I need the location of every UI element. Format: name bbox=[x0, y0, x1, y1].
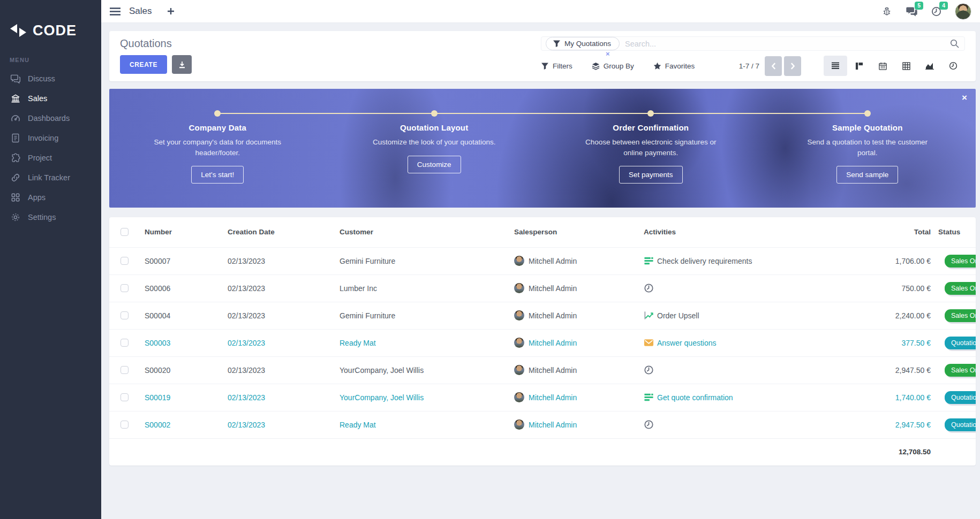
cell-creation-date: 02/13/2023 bbox=[224, 302, 336, 329]
onboarding-step-title: Company Data bbox=[189, 123, 246, 132]
column-header-activities[interactable]: Activities bbox=[640, 217, 825, 247]
quotation-row[interactable]: S00002 02/13/2023 Ready Mat Mitchell Adm… bbox=[109, 411, 976, 438]
tab-sales[interactable]: Sales bbox=[129, 6, 152, 17]
view-header: Quotations CREATE My Quotations × bbox=[109, 31, 976, 81]
search-bar[interactable]: My Quotations × bbox=[541, 36, 965, 51]
group-by-button[interactable]: Group By bbox=[592, 62, 634, 70]
sidebar-item[interactable]: Apps bbox=[0, 187, 101, 207]
quotation-row[interactable]: S00004 02/13/2023 Gemini Furniture Mitch… bbox=[109, 302, 976, 329]
onboarding-step-button[interactable]: Set payments bbox=[619, 166, 683, 184]
cell-creation-date: 02/13/2023 bbox=[224, 274, 336, 302]
row-checkbox[interactable] bbox=[120, 393, 129, 401]
salesperson-avatar bbox=[514, 283, 524, 293]
view-activity-button[interactable] bbox=[941, 56, 965, 76]
salesperson-avatar bbox=[514, 419, 524, 430]
cell-customer: Gemini Furniture bbox=[336, 302, 511, 329]
row-checkbox[interactable] bbox=[120, 311, 129, 319]
cell-salesperson: Mitchell Admin bbox=[529, 311, 577, 320]
view-calendar-button[interactable] bbox=[871, 56, 894, 76]
quotation-row[interactable]: S00020 02/13/2023 YourCompany, Joel Will… bbox=[109, 356, 976, 384]
status-badge: Quotation bbox=[945, 418, 976, 431]
favorites-button[interactable]: Favorites bbox=[653, 62, 695, 70]
hamburger-menu-icon[interactable] bbox=[110, 7, 120, 16]
cell-number: S00020 bbox=[141, 356, 224, 384]
column-header-number[interactable]: Number bbox=[141, 217, 224, 247]
column-header-customer[interactable]: Customer bbox=[336, 217, 511, 247]
pager-range: 1-7 / 7 bbox=[739, 62, 759, 70]
onboarding-step-button[interactable]: Customize bbox=[408, 156, 461, 173]
add-tab-icon[interactable] bbox=[167, 7, 175, 15]
quotations-table: Number Creation Date Customer Salesperso… bbox=[109, 217, 976, 465]
sidebar-item[interactable]: Invoicing bbox=[0, 128, 101, 148]
column-header-salesperson[interactable]: Salesperson bbox=[511, 217, 640, 247]
filter-funnel-icon bbox=[553, 40, 561, 48]
star-icon bbox=[653, 62, 661, 70]
column-header-creation-date[interactable]: Creation Date bbox=[224, 217, 336, 247]
search-icon[interactable] bbox=[950, 39, 959, 48]
select-all-checkbox[interactable] bbox=[120, 228, 129, 236]
onboarding-step-button[interactable]: Send sample bbox=[836, 166, 898, 184]
onboarding-step-button[interactable]: Let's start! bbox=[191, 166, 244, 184]
onboarding-step-description: Send a quotation to test the customer po… bbox=[801, 137, 934, 158]
brand-logo[interactable]: CODE bbox=[0, 0, 101, 47]
sidebar-item[interactable]: Discuss bbox=[0, 68, 101, 88]
pivot-view-icon bbox=[902, 62, 910, 70]
clock-activity-icon bbox=[644, 283, 654, 293]
activity-cell[interactable]: Check delivery requirements bbox=[644, 256, 822, 266]
view-pivot-button[interactable] bbox=[894, 56, 918, 76]
column-header-total[interactable]: Total bbox=[825, 217, 935, 247]
activity-cell[interactable] bbox=[644, 283, 822, 293]
facet-remove-icon[interactable]: × bbox=[606, 50, 610, 57]
user-avatar[interactable] bbox=[955, 3, 971, 20]
search-input[interactable] bbox=[625, 40, 950, 48]
cell-number: S00004 bbox=[141, 302, 224, 329]
row-checkbox[interactable] bbox=[120, 284, 129, 292]
bug-icon[interactable] bbox=[881, 5, 893, 17]
row-checkbox[interactable] bbox=[120, 366, 129, 374]
activity-cell[interactable]: Answer questions bbox=[644, 338, 822, 348]
status-badge: Quotation bbox=[945, 391, 976, 404]
sidebar-item[interactable]: Settings bbox=[0, 207, 101, 227]
onboarding-step: Company Data Set your company's data for… bbox=[109, 89, 326, 208]
footer-total: 12,708.50 bbox=[825, 438, 935, 465]
cell-total: 1,740.00 € bbox=[825, 384, 935, 411]
pager-next-button[interactable] bbox=[784, 56, 801, 76]
view-list-button[interactable] bbox=[824, 56, 847, 76]
messages-icon[interactable]: 5 bbox=[906, 5, 917, 17]
export-button[interactable] bbox=[172, 55, 192, 74]
row-checkbox[interactable] bbox=[120, 257, 129, 265]
banner-close-icon[interactable]: × bbox=[962, 93, 967, 102]
activity-label: Check delivery requirements bbox=[657, 257, 752, 265]
create-button[interactable]: CREATE bbox=[120, 55, 167, 74]
quotation-row[interactable]: S00007 02/13/2023 Gemini Furniture Mitch… bbox=[109, 247, 976, 274]
sidebar-item[interactable]: Dashboards bbox=[0, 108, 101, 128]
activity-cell[interactable] bbox=[644, 419, 822, 430]
filters-button[interactable]: Filters bbox=[541, 62, 572, 70]
cell-salesperson: Mitchell Admin bbox=[529, 366, 577, 375]
quotation-row[interactable]: S00019 02/13/2023 YourCompany, Joel Will… bbox=[109, 384, 976, 411]
sidebar-item[interactable]: Link Tracker bbox=[0, 167, 101, 187]
quotation-row[interactable]: S00003 02/13/2023 Ready Mat Mitchell Adm… bbox=[109, 329, 976, 356]
activity-cell[interactable] bbox=[644, 365, 822, 375]
cell-creation-date: 02/13/2023 bbox=[224, 247, 336, 274]
sidebar-item[interactable]: Project bbox=[0, 148, 101, 167]
pager-previous-button[interactable] bbox=[765, 56, 782, 76]
row-checkbox[interactable] bbox=[120, 339, 129, 347]
activity-cell[interactable]: Get quote confirmation bbox=[644, 392, 822, 402]
cell-number: S00003 bbox=[141, 329, 224, 356]
sidebar-item[interactable]: Sales bbox=[0, 88, 101, 108]
cell-customer: YourCompany, Joel Willis bbox=[336, 356, 511, 384]
activity-view-icon bbox=[949, 62, 958, 70]
cell-total: 750.00 € bbox=[825, 274, 935, 302]
quotation-row[interactable]: S00006 02/13/2023 Lumber Inc Mitchell Ad… bbox=[109, 274, 976, 302]
activities-icon[interactable]: 4 bbox=[930, 5, 942, 17]
view-kanban-button[interactable] bbox=[847, 56, 871, 76]
row-checkbox[interactable] bbox=[120, 421, 129, 429]
filters-icon bbox=[541, 62, 549, 70]
pager: 1-7 / 7 bbox=[739, 56, 801, 76]
activity-cell[interactable]: Order Upsell bbox=[644, 310, 822, 320]
view-graph-button[interactable] bbox=[918, 56, 941, 76]
search-facet-my-quotations[interactable]: My Quotations bbox=[546, 37, 620, 50]
column-header-status[interactable]: Status bbox=[935, 217, 976, 247]
cell-creation-date: 02/13/2023 bbox=[224, 411, 336, 438]
